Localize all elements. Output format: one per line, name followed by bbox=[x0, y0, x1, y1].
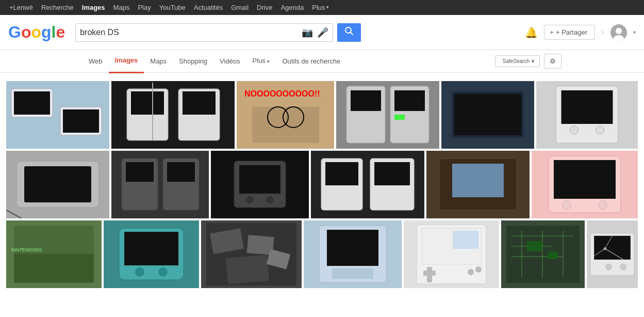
svg-point-89 bbox=[606, 264, 612, 270]
topbar-images[interactable]: Images bbox=[78, 0, 109, 15]
svg-rect-43 bbox=[374, 162, 410, 185]
svg-rect-21 bbox=[394, 90, 425, 111]
svg-rect-82 bbox=[548, 251, 558, 259]
topbar-youtube[interactable]: YouTube bbox=[155, 0, 190, 15]
svg-text:NINTENDODS: NINTENDODS bbox=[11, 247, 42, 252]
image-tile[interactable] bbox=[426, 151, 530, 218]
tab-videos[interactable]: Vidéos bbox=[213, 50, 246, 73]
image-tile[interactable] bbox=[211, 151, 309, 218]
google-logo[interactable]: Google bbox=[8, 23, 65, 42]
svg-rect-53 bbox=[14, 254, 94, 282]
safe-search-arrow: ▾ bbox=[532, 58, 534, 64]
mic-icon[interactable]: 🎤 bbox=[317, 27, 328, 38]
svg-rect-37 bbox=[239, 165, 280, 194]
topbar-maps[interactable]: Maps bbox=[109, 0, 134, 15]
image-tile[interactable] bbox=[104, 220, 199, 288]
topbar-gmail[interactable]: Gmail bbox=[227, 0, 253, 15]
image-grid: NOOOOOOOOOO!! bbox=[0, 73, 644, 298]
svg-point-88 bbox=[604, 247, 607, 250]
topbar-agenda[interactable]: Agenda bbox=[276, 0, 308, 15]
partager-label: + Partager bbox=[556, 28, 587, 36]
svg-rect-47 bbox=[554, 160, 616, 199]
svg-rect-35 bbox=[167, 162, 195, 182]
user-dropdown-arrow[interactable]: ▾ bbox=[633, 29, 636, 35]
image-tile[interactable] bbox=[536, 81, 638, 149]
svg-rect-33 bbox=[126, 162, 154, 182]
image-tile[interactable] bbox=[201, 220, 302, 288]
image-row-2 bbox=[6, 151, 638, 218]
image-row-3: NINTENDODS bbox=[6, 220, 638, 288]
image-tile[interactable] bbox=[311, 151, 424, 218]
search-tabs: Web Images Maps Shopping Vidéos Plus ▾ O… bbox=[0, 50, 644, 73]
image-tile[interactable] bbox=[532, 151, 638, 218]
image-tile[interactable]: NOOOOOOOOOO!! bbox=[237, 81, 334, 149]
svg-rect-84 bbox=[594, 236, 631, 260]
tab-web[interactable]: Web bbox=[82, 50, 109, 73]
user-avatar[interactable] bbox=[610, 24, 627, 41]
svg-point-49 bbox=[599, 201, 607, 209]
image-tile[interactable] bbox=[336, 81, 439, 149]
tab-images[interactable]: Images bbox=[109, 49, 144, 73]
safe-search-label: SafeSearch bbox=[503, 58, 530, 64]
header-right: 🔔 + + Partager › ▾ bbox=[525, 24, 636, 41]
tab-maps[interactable]: Maps bbox=[144, 50, 173, 73]
image-tile[interactable]: NINTENDODS bbox=[6, 220, 102, 288]
svg-rect-17 bbox=[252, 107, 319, 143]
svg-point-71 bbox=[468, 269, 474, 275]
svg-rect-13 bbox=[183, 91, 216, 115]
svg-rect-24 bbox=[454, 94, 521, 135]
image-tile[interactable] bbox=[6, 81, 109, 149]
image-row-1: NOOOOOOOOOO!! bbox=[6, 81, 638, 149]
svg-rect-26 bbox=[562, 90, 613, 124]
search-input[interactable] bbox=[80, 28, 302, 37]
topbar-plus[interactable]: Plus ▾ bbox=[308, 0, 333, 15]
svg-point-3 bbox=[616, 28, 622, 34]
topbar-lenwë[interactable]: +Lenwë bbox=[5, 0, 37, 15]
topbar-recherche[interactable]: Recherche bbox=[37, 0, 78, 15]
tab-outils[interactable]: Outils de recherche bbox=[276, 50, 346, 73]
svg-point-72 bbox=[475, 266, 482, 273]
svg-rect-61 bbox=[226, 255, 269, 284]
svg-point-28 bbox=[596, 126, 604, 134]
svg-rect-41 bbox=[325, 162, 358, 185]
svg-rect-10 bbox=[131, 91, 164, 115]
image-tile[interactable] bbox=[404, 220, 499, 288]
topbar-play[interactable]: Play bbox=[134, 0, 155, 15]
partager-plus-icon: + bbox=[550, 28, 554, 36]
svg-point-39 bbox=[267, 197, 273, 203]
image-tile[interactable] bbox=[111, 81, 235, 149]
image-tile[interactable] bbox=[304, 220, 402, 288]
tab-right-controls: SafeSearch ▾ ⚙ bbox=[495, 54, 562, 69]
camera-icon[interactable]: 📷 bbox=[302, 27, 313, 38]
top-navigation: +Lenwë Recherche Images Maps Play YouTub… bbox=[0, 0, 644, 15]
image-tile[interactable] bbox=[6, 151, 109, 218]
settings-icon: ⚙ bbox=[550, 57, 556, 65]
image-tile[interactable] bbox=[111, 151, 209, 218]
settings-button[interactable]: ⚙ bbox=[544, 54, 562, 69]
image-tile[interactable] bbox=[587, 220, 638, 288]
svg-rect-74 bbox=[506, 226, 580, 283]
image-tile[interactable] bbox=[501, 220, 585, 288]
search-button[interactable] bbox=[337, 23, 361, 42]
tab-plus[interactable]: Plus ▾ bbox=[246, 50, 276, 73]
safe-search-button[interactable]: SafeSearch ▾ bbox=[495, 55, 540, 67]
svg-rect-19 bbox=[351, 90, 381, 111]
svg-rect-70 bbox=[423, 271, 436, 276]
partager-separator: › bbox=[601, 27, 604, 38]
notifications-bell[interactable]: 🔔 bbox=[525, 26, 538, 39]
tab-shopping[interactable]: Shopping bbox=[173, 50, 213, 73]
svg-point-90 bbox=[620, 264, 626, 270]
svg-point-57 bbox=[158, 267, 168, 277]
svg-rect-45 bbox=[452, 164, 504, 197]
svg-point-56 bbox=[135, 267, 144, 277]
svg-rect-55 bbox=[124, 232, 178, 265]
topbar-drive[interactable]: Drive bbox=[253, 0, 276, 15]
svg-point-48 bbox=[563, 201, 571, 209]
topbar-actualites[interactable]: Actualités bbox=[190, 0, 227, 15]
partager-button[interactable]: + + Partager bbox=[544, 25, 595, 40]
svg-line-31 bbox=[6, 210, 22, 218]
svg-rect-68 bbox=[453, 231, 478, 249]
svg-rect-64 bbox=[327, 230, 378, 266]
svg-rect-81 bbox=[527, 241, 542, 251]
image-tile[interactable] bbox=[441, 81, 534, 149]
